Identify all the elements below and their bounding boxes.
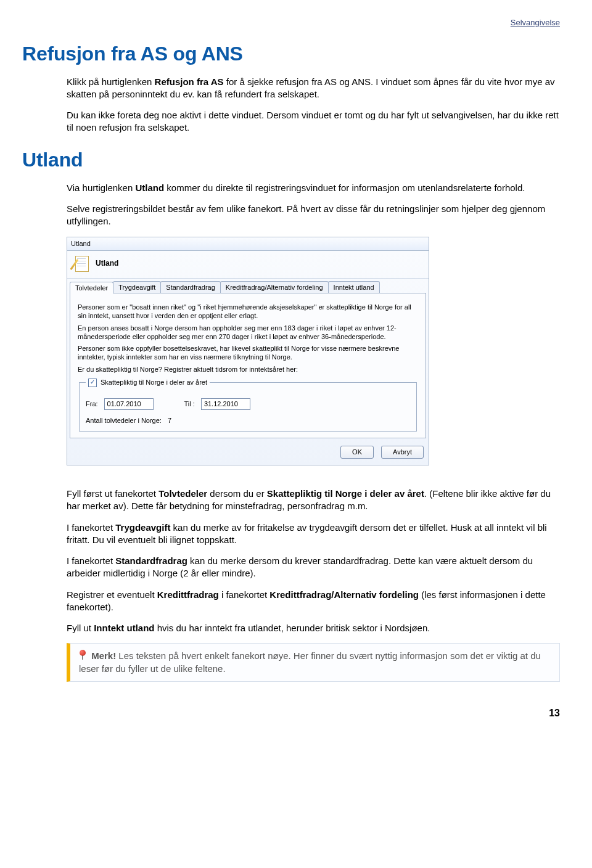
tab-kreditfradrag[interactable]: Kreditfradrag/Alternativ fordeling <box>220 281 329 293</box>
after-paragraph-5: Fyll ut Inntekt utland hvis du har innte… <box>67 622 560 634</box>
text: Via hurtiglenken <box>67 182 135 193</box>
tab-standardfradrag[interactable]: Standardfradrag <box>160 281 221 293</box>
text: Fyll ut <box>67 623 94 633</box>
merk-lead: Merk! <box>91 650 116 661</box>
utland-paragraph-2: Selve registreringsbildet består av fem … <box>67 203 560 228</box>
skatteplikt-fieldset: ✓Skattepliktig til Norge i deler av året… <box>79 378 417 432</box>
legend-text: Skattepliktig til Norge i deler av året <box>101 379 207 386</box>
heading-refusjon: Refusjon fra AS og ANS <box>22 41 560 67</box>
edit-note-icon <box>73 256 89 272</box>
value-antall: 7 <box>168 416 171 425</box>
text: i fanekortet <box>219 589 270 600</box>
utland-paragraph-1: Via hurtiglenken Utland kommer du direkt… <box>67 182 560 194</box>
text: I fanekortet <box>67 555 115 566</box>
dialog-buttons: OK Avbryt <box>67 441 429 465</box>
text-bold: Standardfradrag <box>115 555 187 566</box>
text-bold: Trygdeavgift <box>115 522 170 533</box>
text: Klikk på hurtiglenken <box>67 76 155 87</box>
input-fra[interactable]: 01.07.2010 <box>104 398 154 410</box>
tab-trygdeavgift[interactable]: Trygdeavgift <box>113 281 161 293</box>
refusjon-paragraph-1: Klikk på hurtiglenken Refusjon fra AS fo… <box>67 76 560 101</box>
merk-note-box: Merk! Les teksten på hvert enkelt faneko… <box>67 643 560 682</box>
text-bold: Refusjon fra AS <box>155 76 224 87</box>
heading-utland: Utland <box>22 147 560 173</box>
dialog-section-label: Utland <box>96 258 118 268</box>
label-til: Til : <box>184 399 195 409</box>
tab-tolvtedeler[interactable]: Tolvtedeler <box>70 282 113 294</box>
label-antall: Antall tolvtedeler i Norge: <box>86 416 162 425</box>
avbryt-button[interactable]: Avbryt <box>381 446 424 459</box>
input-til[interactable]: 31.12.2010 <box>201 398 250 410</box>
after-paragraph-2: I fanekortet Trygdeavgift kan du merke a… <box>67 522 560 547</box>
text-bold: Inntekt utland <box>94 623 154 633</box>
label-fra: Fra: <box>86 399 98 409</box>
utland-dialog: Utland Utland Tolvtedeler Trygdeavgift S… <box>67 237 429 466</box>
header-link[interactable]: Selvangivelse <box>22 17 560 28</box>
after-paragraph-4: Registrer et eventuelt Kredittfradrag i … <box>67 589 560 614</box>
text: I fanekortet <box>67 522 115 533</box>
dialog-info-4: Er du skattepliktig til Norge? Registrer… <box>78 366 418 374</box>
fieldset-legend: ✓Skattepliktig til Norge i deler av året <box>86 378 210 387</box>
text-bold: Kredittfradrag <box>157 589 219 600</box>
refusjon-paragraph-2: Du kan ikke foreta deg noe aktivt i dett… <box>67 109 560 134</box>
pushpin-icon <box>79 650 86 660</box>
text: Fyll først ut fanekortet <box>67 488 158 499</box>
dialog-info-1: Personer som er "bosatt innen riket" og … <box>78 303 418 321</box>
text-bold: Tolvtedeler <box>158 488 207 499</box>
after-paragraph-1: Fyll først ut fanekortet Tolvtedeler der… <box>67 488 560 513</box>
tab-inntekt-utland[interactable]: Inntekt utland <box>328 281 380 293</box>
text-bold: Kredittfradrag/Alternativ fordeling <box>269 589 419 600</box>
tab-content: Personer som er "bosatt innen riket" og … <box>70 293 426 438</box>
ok-button[interactable]: OK <box>340 446 374 459</box>
after-paragraph-3: I fanekortet Standardfradrag kan du merk… <box>67 555 560 580</box>
dialog-info-3: Personer som ikke oppfyller bosettelsesk… <box>78 345 418 362</box>
text: Registrer et eventuelt <box>67 589 157 600</box>
merk-text: Les teksten på hvert enkelt fanekort nøy… <box>79 650 541 673</box>
dialog-titlebar: Utland <box>67 237 429 251</box>
page-number: 13 <box>22 706 560 720</box>
text-bold: Skattepliktig til Norge i deler av året <box>267 488 424 499</box>
text-bold: Utland <box>135 182 164 193</box>
text: dersom du er <box>207 488 267 499</box>
text: hvis du har inntekt fra utlandet, herund… <box>155 623 430 633</box>
dialog-info-2: En person anses bosatt i Norge dersom ha… <box>78 324 418 342</box>
text: kommer du direkte til registreringsvindu… <box>164 182 525 193</box>
dialog-tabs: Tolvtedeler Trygdeavgift Standardfradrag… <box>70 281 426 294</box>
checkbox-skattepliktig[interactable]: ✓ <box>88 379 97 387</box>
